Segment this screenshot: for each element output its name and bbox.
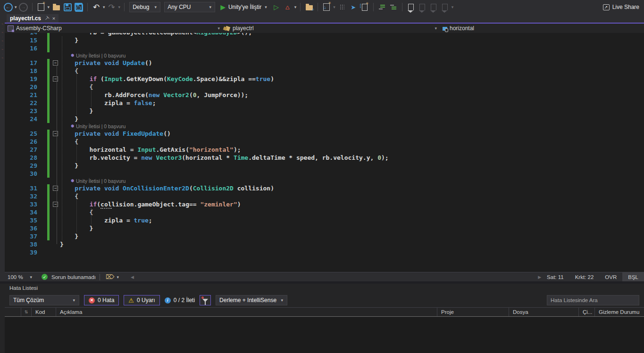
code-line[interactable]: 15 } xyxy=(5,36,644,44)
bsl-indicator[interactable]: BŞL xyxy=(622,272,644,282)
health-check-icon[interactable]: ✓ xyxy=(42,274,48,280)
code-line[interactable]: 29 } xyxy=(5,162,644,170)
filter-button[interactable] xyxy=(200,295,211,305)
indent-decrease-icon[interactable] xyxy=(388,1,399,13)
codelens-row[interactable]: ⬢Unity İletisi | 0 başvuru xyxy=(5,52,644,59)
column-header-i[interactable]: Çi... xyxy=(578,308,594,316)
code-line[interactable]: 28 rb.velocity = new Vector3(horizontal … xyxy=(5,154,644,162)
open-file-icon[interactable] xyxy=(51,1,61,13)
code-line[interactable]: 33− if(collision.gameObject.tag== "zemin… xyxy=(5,200,644,208)
fold-margin[interactable]: − xyxy=(52,59,60,67)
code-line[interactable]: 31− private void OnCollisionEnter2D(Coll… xyxy=(5,184,644,192)
close-icon[interactable]: × xyxy=(52,16,55,21)
project-dropdown[interactable]: Assembly-CSharp ▾ xyxy=(5,24,223,33)
navigate-back-icon[interactable]: ← xyxy=(3,1,13,13)
codelens-row[interactable]: ⬢Unity İletisi | 0 başvuru xyxy=(5,123,644,130)
code-editor[interactable]: 14 rb = gameObject.GetComponent<Rigidbod… xyxy=(5,33,644,272)
indent-increase-icon[interactable] xyxy=(377,1,387,13)
redo-icon[interactable]: ↷ xyxy=(107,1,117,13)
column-header-dosya[interactable]: Dosya xyxy=(509,308,578,316)
source-dropdown[interactable]: Derleme + IntelliSense▾ xyxy=(216,295,287,305)
live-share-button[interactable]: ↗ Live Share xyxy=(603,4,639,10)
code-cleanup-dropdown-icon[interactable]: ▾ xyxy=(117,275,119,279)
column-header-proje[interactable]: Proje xyxy=(437,308,509,316)
codelens-row[interactable]: ⬢Unity İletisi | 0 başvuru xyxy=(5,178,644,184)
navigate-home-icon[interactable]: ⌂ xyxy=(321,1,332,13)
toggle-bookmark-icon[interactable] xyxy=(406,1,416,13)
code-line[interactable]: 35 zipla = true; xyxy=(5,216,644,224)
code-line[interactable]: 39 xyxy=(5,248,644,256)
find-in-files-icon[interactable]: ⌕ xyxy=(304,1,314,13)
errors-toggle[interactable]: ✕ 0 Hata xyxy=(84,295,119,305)
code-line[interactable]: 36 } xyxy=(5,224,644,232)
code-line[interactable]: 22 zipla = false; xyxy=(5,99,644,107)
undo-icon[interactable]: ↶ xyxy=(91,1,101,13)
code-line[interactable]: 21 rb.AddForce(new Vector2(0, JumpForce)… xyxy=(5,91,644,99)
hot-reload-dropdown-icon[interactable]: ▾ xyxy=(294,5,297,9)
fold-margin[interactable]: − xyxy=(52,200,60,208)
attach-dropdown-icon[interactable]: ▾ xyxy=(265,5,267,9)
fold-margin[interactable]: − xyxy=(52,75,60,83)
code-line[interactable]: 25− private void FixedUpdate() xyxy=(5,130,644,138)
hscroll-left-icon[interactable]: ◀ xyxy=(131,275,134,279)
code-line[interactable]: 23 } xyxy=(5,107,644,115)
code-line[interactable]: 16 xyxy=(5,44,644,52)
fold-margin[interactable]: − xyxy=(52,130,60,138)
overwrite-indicator[interactable]: OVR xyxy=(599,274,622,280)
fold-margin[interactable]: − xyxy=(52,184,60,192)
severity-sort-column[interactable]: ⇅ xyxy=(21,308,31,316)
code-line[interactable]: 26 { xyxy=(5,138,644,146)
new-item-icon[interactable] xyxy=(36,1,46,13)
member-dropdown[interactable]: horizontal xyxy=(440,24,644,33)
type-dropdown[interactable]: playectrl ▾ xyxy=(223,24,440,33)
code-line[interactable]: 37 } xyxy=(5,232,644,240)
code-line[interactable]: 34 { xyxy=(5,208,644,216)
code-cleanup-icon[interactable]: ⌦ xyxy=(106,273,114,280)
peek-definition-icon[interactable]: [ xyxy=(360,1,370,13)
hot-reload-icon[interactable]: 🜂 xyxy=(283,1,293,13)
scope-dropdown[interactable]: Tüm Çözüm▾ xyxy=(9,295,79,305)
column-header-gizlemedurumu[interactable]: Gizleme Durumu xyxy=(594,308,644,316)
new-item-dropdown-icon[interactable]: ▾ xyxy=(48,5,50,9)
bookmark-dropdown-icon[interactable]: ▾ xyxy=(452,5,454,9)
save-all-icon[interactable] xyxy=(74,1,84,13)
code-line[interactable]: 19− if (Input.GetKeyDown(KeyCode.Space)&… xyxy=(5,75,644,83)
hscroll-track[interactable] xyxy=(134,272,538,281)
code-line[interactable]: 14 rb = gameObject.GetComponent<Rigidbod… xyxy=(5,33,644,36)
undo-dropdown-icon[interactable]: ▾ xyxy=(103,5,105,9)
code-line[interactable]: 27 horizontal = Input.GetAxis("horizonta… xyxy=(5,146,644,154)
go-to-definition-icon[interactable]: ➤ xyxy=(348,1,359,13)
code-line[interactable]: 30 xyxy=(5,170,644,178)
attach-to-unity-button[interactable]: ▶ Unity'ye İliştir ▾ xyxy=(217,4,270,10)
platform-dropdown[interactable]: Any CPU▾ xyxy=(164,2,215,12)
code-line[interactable]: 17− private void Update() xyxy=(5,59,644,67)
next-bookmark-icon[interactable] xyxy=(428,1,439,13)
messages-toggle[interactable]: i 0 / 2 İleti xyxy=(165,297,195,304)
redo-dropdown-icon[interactable]: ▾ xyxy=(118,5,121,9)
navigate-back-dropdown-icon[interactable]: ▾ xyxy=(15,5,17,9)
navigate-home-dropdown-icon[interactable]: ▾ xyxy=(333,5,335,9)
configuration-dropdown[interactable]: Debug▾ xyxy=(129,2,160,12)
collapse-icon[interactable]: − xyxy=(53,76,58,82)
code-line[interactable]: 38} xyxy=(5,240,644,248)
hscroll-right-icon[interactable]: ▶ xyxy=(538,275,541,279)
code-line[interactable]: 20 { xyxy=(5,83,644,91)
collapse-icon[interactable]: − xyxy=(53,202,58,207)
zoom-dropdown[interactable]: 100 %▾ xyxy=(5,272,42,281)
error-list-search-input[interactable] xyxy=(547,295,639,305)
code-line[interactable]: 32 { xyxy=(5,192,644,200)
navigate-forward-icon[interactable]: → xyxy=(18,1,29,13)
save-icon[interactable] xyxy=(62,1,73,13)
previous-bookmark-icon[interactable] xyxy=(417,1,427,13)
code-line[interactable]: 24 } xyxy=(5,115,644,123)
pin-icon[interactable]: ⊤ xyxy=(43,15,50,22)
error-list-body[interactable] xyxy=(5,317,644,353)
warnings-toggle[interactable]: ⚠ 0 Uyarı xyxy=(124,295,159,305)
collapse-icon[interactable]: − xyxy=(53,60,58,66)
collapse-icon[interactable]: − xyxy=(53,186,58,191)
column-header-kod[interactable]: Kod xyxy=(31,308,56,316)
column-header-aklama[interactable]: Açıklama xyxy=(56,308,437,316)
code-line[interactable]: 18 { xyxy=(5,67,644,75)
start-without-debugging-icon[interactable]: ▷ xyxy=(271,1,282,13)
clear-bookmarks-icon[interactable] xyxy=(440,1,450,13)
